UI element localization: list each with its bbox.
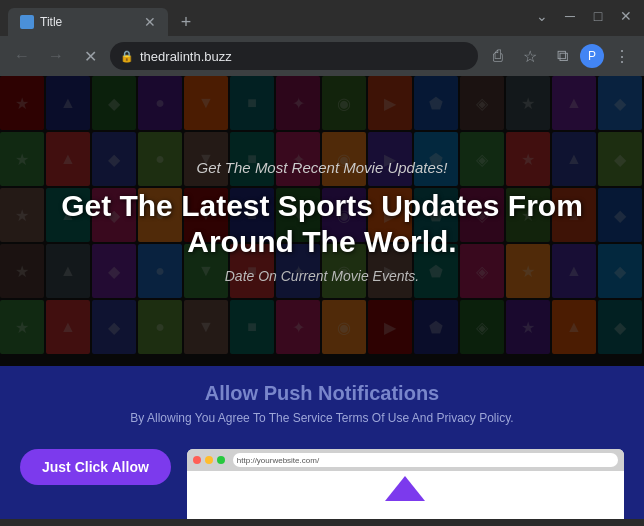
inner-address-bar: http://yourwebsite.com/ [233, 453, 618, 467]
hero-description: Date On Current Movie Events. [225, 268, 420, 284]
tab-title: Title [40, 15, 138, 29]
tab-close-icon[interactable]: ✕ [144, 15, 156, 29]
dot-red [193, 456, 201, 464]
nav-actions: ⎙ ☆ ⧉ P ⋮ [484, 42, 636, 70]
title-bar: Title ✕ + ⌄ ─ □ ✕ [0, 0, 644, 36]
new-tab-button[interactable]: + [172, 8, 200, 36]
tab-favicon [20, 15, 34, 29]
minimize-button[interactable]: ─ [560, 8, 580, 24]
hero-subtitle: Get The Most Recent Movie Updates! [197, 159, 448, 176]
dot-green [217, 456, 225, 464]
url-display: thedralinth.buzz [140, 49, 232, 64]
allow-button[interactable]: Just Click Allow [20, 449, 171, 485]
inner-browser-mockup: http://yourwebsite.com/ [187, 449, 624, 519]
allow-section: Just Click Allow http://yourwebsite.com/ [0, 437, 644, 519]
inner-url: http://yourwebsite.com/ [237, 456, 319, 465]
movie-background: ★▲◆●▼■✦◉▶⬟◈★▲◆★▲◆●▼■✦◉▶⬟◈★▲◆★▲◆●▼■✦◉▶⬟◈★… [0, 76, 644, 366]
notification-section: Allow Push Notifications By Allowing You… [0, 366, 644, 437]
browser-window: Title ✕ + ⌄ ─ □ ✕ ← → ✕ 🔒 thedralinth.bu… [0, 0, 644, 526]
chevron-icon[interactable]: ⌄ [532, 8, 552, 24]
lock-icon: 🔒 [120, 50, 134, 63]
window-controls: ⌄ ─ □ ✕ [532, 8, 636, 28]
dot-yellow [205, 456, 213, 464]
active-tab[interactable]: Title ✕ [8, 8, 168, 36]
hero-title: Get The Latest Sports Updates From Aroun… [20, 188, 624, 260]
profile-button[interactable]: P [580, 44, 604, 68]
forward-button[interactable]: → [42, 42, 70, 70]
address-bar[interactable]: 🔒 thedralinth.buzz [110, 42, 478, 70]
nav-bar: ← → ✕ 🔒 thedralinth.buzz ⎙ ☆ ⧉ P ⋮ [0, 36, 644, 76]
refresh-button[interactable]: ✕ [76, 42, 104, 70]
split-button[interactable]: ⧉ [548, 42, 576, 70]
maximize-button[interactable]: □ [588, 8, 608, 24]
close-button[interactable]: ✕ [616, 8, 636, 24]
menu-button[interactable]: ⋮ [608, 42, 636, 70]
share-button[interactable]: ⎙ [484, 42, 512, 70]
hero-text: Get The Most Recent Movie Updates! Get T… [0, 76, 644, 366]
arrow-up-indicator [385, 476, 425, 501]
notification-description: By Allowing You Agree To The Service Ter… [20, 411, 624, 425]
inner-browser-bar: http://yourwebsite.com/ [187, 449, 624, 471]
status-bar: Establishing secure connection... [0, 519, 644, 526]
back-button[interactable]: ← [8, 42, 36, 70]
page-content: ★▲◆●▼■✦◉▶⬟◈★▲◆★▲◆●▼■✦◉▶⬟◈★▲◆★▲◆●▼■✦◉▶⬟◈★… [0, 76, 644, 519]
bookmark-button[interactable]: ☆ [516, 42, 544, 70]
tab-area: Title ✕ + [8, 0, 200, 36]
notification-title: Allow Push Notifications [20, 382, 624, 405]
inner-browser-content [187, 471, 624, 519]
